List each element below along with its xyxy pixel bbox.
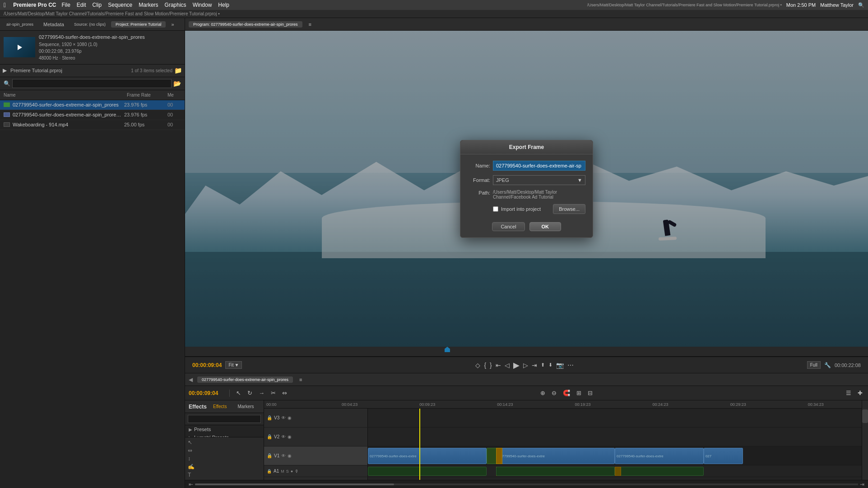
effects-search-input[interactable] xyxy=(188,415,261,423)
go-start-btn[interactable]: ⇤ xyxy=(189,481,193,488)
effects-tool-2[interactable]: ⇔ xyxy=(188,447,261,454)
track-select-tool[interactable]: → xyxy=(257,389,266,397)
delete-track-btn[interactable]: ⊟ xyxy=(586,389,594,397)
effects-tool-1[interactable]: ↖ xyxy=(188,439,261,446)
apple-menu[interactable]:  xyxy=(4,1,6,9)
in-point-btn[interactable]: { xyxy=(484,362,486,369)
file-item-1[interactable]: 027799540-surfer-does-extreme-air-spin_p… xyxy=(0,110,185,120)
scrollbar-thumb[interactable] xyxy=(862,409,868,423)
tab-markers[interactable]: Markers xyxy=(233,403,258,410)
zoom-out-btn[interactable]: ⊖ xyxy=(550,389,558,397)
quality-selector[interactable]: Full xyxy=(807,361,821,369)
fit-selector[interactable]: Fit ▼ xyxy=(225,361,242,369)
tab-timeline-menu[interactable]: ≡ xyxy=(295,376,306,383)
v1-sync[interactable]: ◉ xyxy=(288,453,292,458)
v3-lock[interactable]: 🔒 xyxy=(267,415,272,420)
new-bin-icon[interactable]: 📂 xyxy=(173,80,181,87)
v1-clip-4[interactable]: 027799540-surfer-does-extre xyxy=(615,448,704,464)
v2-eye[interactable]: 👁 xyxy=(281,434,286,439)
search-icon[interactable]: 🔍 xyxy=(858,2,864,8)
tab-more[interactable]: » xyxy=(167,21,178,28)
file-item-2[interactable]: Wakeboarding - 914.mp4 25.00 fps 00 xyxy=(0,120,185,130)
v3-sync[interactable]: ◉ xyxy=(288,415,292,420)
razor-tool[interactable]: ✂ xyxy=(269,389,278,397)
out-point-btn[interactable]: } xyxy=(490,362,492,369)
a1-record[interactable]: ● xyxy=(291,469,293,474)
timeline-back-icon[interactable]: ◀ xyxy=(189,376,193,383)
new-folder-icon[interactable]: 📁 xyxy=(174,67,182,74)
menu-window[interactable]: Window xyxy=(193,2,212,8)
menu-graphics[interactable]: Graphics xyxy=(165,2,186,8)
menu-clip[interactable]: Clip xyxy=(93,2,102,8)
name-input[interactable] xyxy=(493,161,585,171)
menu-sequence[interactable]: Sequence xyxy=(108,2,132,8)
tab-program[interactable]: Program: 027799540-surfer-does-extreme-a… xyxy=(189,21,302,28)
tab-metadata[interactable]: Metadata xyxy=(39,21,69,28)
effects-tool-4[interactable]: ✍ xyxy=(188,464,261,470)
v2-lock[interactable]: 🔒 xyxy=(267,434,272,439)
scroll-thumb[interactable] xyxy=(195,483,394,485)
snap-btn[interactable]: 🧲 xyxy=(561,389,572,397)
effects-cat-presets[interactable]: ▶ Presets xyxy=(185,425,264,433)
slip-tool[interactable]: ⇔ xyxy=(280,389,289,397)
step-back-btn[interactable]: ◁ xyxy=(505,362,510,369)
settings-btn[interactable]: ☰ xyxy=(844,389,853,397)
v3-eye[interactable]: 👁 xyxy=(281,415,286,420)
a1-mic[interactable]: 🎙 xyxy=(295,469,299,474)
import-checkbox[interactable] xyxy=(493,206,498,212)
v2-sync[interactable]: ◉ xyxy=(288,434,292,439)
menu-help[interactable]: Help xyxy=(218,2,229,8)
menu-markers[interactable]: Markers xyxy=(139,2,158,8)
browse-button[interactable]: Browse... xyxy=(553,204,585,214)
extract-btn[interactable]: ⬇ xyxy=(548,362,552,368)
cancel-button[interactable]: Cancel xyxy=(492,222,525,231)
menu-edit[interactable]: Edit xyxy=(77,2,86,8)
go-end-btn[interactable]: ⇥ xyxy=(860,481,864,488)
tab-project[interactable]: Project: Premiere Tutorial xyxy=(111,21,166,28)
plus-btn[interactable]: ✚ xyxy=(856,389,864,397)
tab-effects[interactable]: Effects xyxy=(209,403,231,410)
effects-tool-3[interactable]: ↕ xyxy=(188,455,261,462)
effects-tool-5[interactable]: T xyxy=(188,472,261,478)
file-item-0[interactable]: 027799540-surfer-does-extreme-air-spin_p… xyxy=(0,100,185,110)
v1-clip-1[interactable]: 027799540-surfer-does-extre xyxy=(368,448,487,464)
tab-air-spin[interactable]: air-spin_prores xyxy=(2,21,38,28)
play-btn[interactable]: ▶ xyxy=(513,360,520,370)
add-track-btn[interactable]: ⊞ xyxy=(575,389,583,397)
select-tool[interactable]: ↖ xyxy=(234,389,243,397)
a1-mute[interactable]: M xyxy=(281,469,284,474)
format-select[interactable]: JPEG ▼ xyxy=(493,175,585,185)
app-name[interactable]: Premiere Pro CC xyxy=(13,2,56,8)
lift-btn[interactable]: ⬆ xyxy=(541,362,545,368)
ok-button[interactable]: OK xyxy=(529,222,561,231)
right-scrollbar[interactable] xyxy=(862,400,868,480)
go-out-btn[interactable]: ⇥ xyxy=(532,362,537,369)
wrench-icon[interactable]: 🔧 xyxy=(824,362,831,368)
step-forward-btn[interactable]: ▷ xyxy=(523,362,528,369)
play-icon[interactable]: ▶ xyxy=(3,67,7,74)
menu-file[interactable]: File xyxy=(62,2,70,8)
a1-clip-2[interactable] xyxy=(496,467,615,476)
v1-lock[interactable]: 🔒 xyxy=(267,453,272,458)
go-in-btn[interactable]: ⇤ xyxy=(496,362,501,369)
export-frame-btn[interactable]: 📷 xyxy=(556,362,564,369)
a1-clip-3[interactable] xyxy=(615,467,704,476)
a1-lock[interactable]: 🔒 xyxy=(267,469,272,474)
tab-program-menu[interactable]: ≡ xyxy=(304,21,316,28)
v1-eye[interactable]: 👁 xyxy=(281,453,286,458)
add-marker-btn[interactable]: ◇ xyxy=(475,362,480,369)
scroll-bar[interactable] xyxy=(195,483,858,485)
a1-solo[interactable]: S xyxy=(286,469,289,474)
tab-source-no-clips[interactable]: Source: (no clips) xyxy=(70,21,110,28)
v1-clip-3[interactable]: 027799540-surfer-does-extre xyxy=(496,448,615,464)
timeline-current-time[interactable]: 00:00:09:04 xyxy=(189,390,225,396)
v1-clip-5[interactable]: 027 xyxy=(704,448,743,464)
effects-cat-lumetri[interactable]: ▶ Lumetri Presets xyxy=(185,433,264,437)
ripple-tool[interactable]: ↻ xyxy=(246,389,254,397)
zoom-in-btn[interactable]: ⊕ xyxy=(538,389,547,397)
monitor-timeline-bar[interactable] xyxy=(185,347,868,357)
more-btn[interactable]: ⋯ xyxy=(567,362,574,369)
search-input[interactable] xyxy=(12,79,172,88)
thumbnail-play-btn[interactable] xyxy=(18,45,22,50)
tab-timeline-sequence[interactable]: 027799540-surfer-does-extreme-air-spin_p… xyxy=(197,376,293,383)
